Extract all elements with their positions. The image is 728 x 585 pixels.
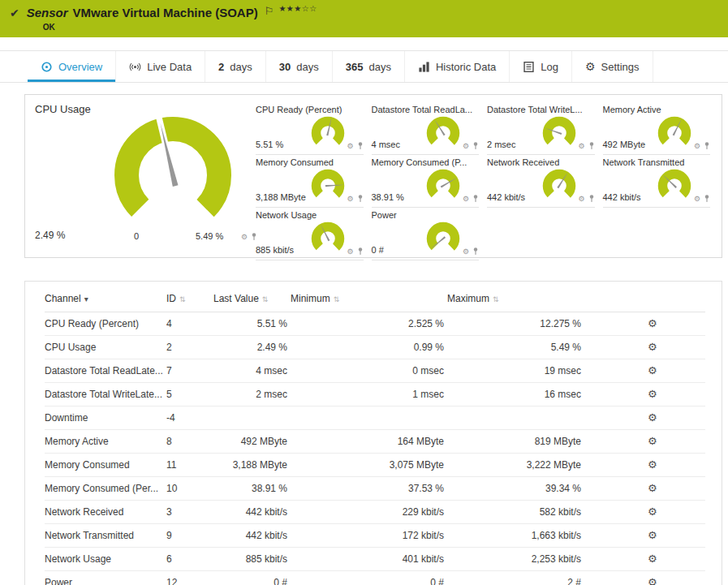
channels-table: Channel▾ID⇅Last Value⇅Minimum⇅Maximum⇅ C… [45, 285, 705, 585]
tab-label: Historic Data [436, 61, 496, 73]
pin-icon[interactable] [588, 141, 595, 150]
channel-settings-icon[interactable]: ⚙ [648, 341, 657, 353]
tab-number: 30 [279, 61, 291, 73]
minimum: 229 kbit/s [291, 501, 447, 524]
mini-gauge: Memory Consumed (P...38.91 %⚙ [372, 157, 480, 208]
priority-stars[interactable]: ★★★☆☆ [278, 4, 317, 13]
channel-settings-icon[interactable]: ⚙ [648, 364, 657, 376]
channel-row[interactable]: Memory Consumed (Per...1038.91 %37.53 %3… [45, 477, 705, 501]
channel-settings-icon[interactable]: ⚙ [648, 505, 657, 518]
channel-id: 12 [166, 571, 213, 585]
channel-name: CPU Ready (Percent) [45, 312, 166, 336]
gear-icon[interactable]: ⚙ [347, 143, 353, 150]
channel-settings-icon[interactable]: ⚙ [648, 317, 657, 329]
channel-row[interactable]: CPU Ready (Percent)45.51 %2.525 %12.275 … [45, 312, 705, 336]
mini-gauge-title: Memory Consumed [256, 157, 364, 167]
tab-365-days[interactable]: 365days [333, 51, 405, 82]
channel-id: 4 [166, 312, 213, 336]
tab-log[interactable]: Log [510, 51, 572, 82]
channel-settings-icon[interactable]: ⚙ [648, 529, 657, 541]
pin-icon[interactable] [357, 247, 364, 256]
channel-row[interactable]: Power120 #0 #2 #⚙ [45, 571, 705, 585]
tab-2-days[interactable]: 2days [205, 51, 266, 82]
mini-gauge-actions: ⚙ [578, 141, 594, 150]
gear-icon[interactable]: ⚙ [463, 143, 469, 150]
channel-row[interactable]: Network Transmitted9442 kbit/s172 kbit/s… [45, 524, 705, 548]
pin-icon[interactable] [704, 194, 710, 203]
priority-flag-icon[interactable]: ⚐ [265, 5, 274, 17]
channel-id: 2 [166, 336, 213, 359]
gear-icon[interactable]: ⚙ [694, 143, 700, 150]
channel-settings-icon[interactable]: ⚙ [648, 411, 657, 424]
channel-id: 7 [166, 359, 213, 383]
mini-gauge-value: 38.91 % [372, 192, 404, 202]
gear-icon[interactable]: ⚙ [694, 196, 700, 203]
minimum: 0 # [291, 571, 447, 585]
pin-icon[interactable] [588, 194, 595, 203]
tab-settings[interactable]: ⚙Settings [572, 51, 653, 82]
minimum: 2.525 % [291, 312, 447, 336]
maximum: 1,663 kbit/s [447, 524, 584, 548]
pin-icon[interactable] [472, 141, 479, 150]
tab-historic-data[interactable]: Historic Data [405, 51, 510, 82]
channel-row[interactable]: Downtime-4⚙ [45, 406, 705, 430]
channel-id: 9 [166, 524, 213, 548]
channel-row[interactable]: Network Received3442 kbit/s229 kbit/s582… [45, 501, 705, 524]
col-header-id[interactable]: ID⇅ [166, 285, 213, 312]
channel-settings-icon[interactable]: ⚙ [648, 458, 657, 471]
gear-icon[interactable]: ⚙ [347, 196, 353, 203]
gear-icon[interactable]: ⚙ [578, 143, 584, 150]
channel-row[interactable]: Datastore Total WriteLate...52 msec1 mse… [45, 383, 705, 406]
channel-settings-icon[interactable]: ⚙ [648, 576, 657, 585]
maximum: 16 msec [447, 383, 584, 406]
mini-gauge: Power0 #⚙ [372, 210, 480, 260]
main-gauge-actions: ⚙ [241, 232, 257, 241]
maximum: 12.275 % [447, 312, 584, 336]
channel-settings-icon[interactable]: ⚙ [648, 482, 657, 494]
col-header-channel[interactable]: Channel▾ [45, 285, 166, 312]
pin-icon[interactable] [704, 141, 710, 150]
gear-icon[interactable]: ⚙ [463, 196, 469, 203]
col-header-last-value[interactable]: Last Value⇅ [213, 285, 291, 312]
mini-gauge: Memory Consumed3,188 MByte⚙ [256, 157, 364, 208]
channel-row[interactable]: Memory Consumed113,188 MByte3,075 MByte3… [45, 454, 705, 477]
gear-icon[interactable]: ⚙ [241, 234, 248, 241]
sensor-status-badge: OK [43, 23, 317, 32]
channel-settings-icon[interactable]: ⚙ [648, 388, 657, 400]
col-header-minimum[interactable]: Minimum⇅ [291, 285, 447, 312]
tab-30-days[interactable]: 30days [266, 51, 333, 82]
pin-icon[interactable] [357, 194, 364, 203]
gear-icon[interactable]: ⚙ [347, 248, 353, 256]
tab-label: Live Data [147, 61, 192, 73]
stars-filled: ★★★ [278, 4, 301, 13]
tab-live-data[interactable]: Live Data [116, 51, 205, 82]
mini-gauges: CPU Ready (Percent)5.51 %⚙Datastore Tota… [256, 105, 710, 252]
channel-settings-icon[interactable]: ⚙ [648, 435, 657, 447]
sensor-banner: ✔ Sensor VMware Virtual Machine (SOAP) ⚐… [0, 0, 728, 37]
banner-main: Sensor VMware Virtual Machine (SOAP) ⚐ ★… [27, 6, 317, 32]
channel-row[interactable]: Datastore Total ReadLate...74 msec0 msec… [45, 359, 705, 383]
minimum: 164 MByte [291, 430, 447, 454]
channel-id: 5 [166, 383, 213, 406]
pin-icon[interactable] [472, 194, 479, 203]
channel-settings-icon[interactable]: ⚙ [648, 553, 657, 565]
tab-number: 365 [346, 61, 364, 73]
mini-gauge-title: Memory Active [603, 105, 711, 114]
channel-row[interactable]: Network Usage6885 kbit/s401 kbit/s2,253 … [45, 548, 705, 571]
mini-gauge-dial [657, 168, 692, 204]
last-value: 0 # [213, 571, 291, 585]
mini-gauge: Datastore Total WriteL...2 msec⚙ [487, 105, 595, 155]
pin-icon[interactable] [472, 247, 479, 256]
pin-icon[interactable] [357, 141, 364, 150]
mini-gauge-dial [425, 221, 461, 256]
tab-overview[interactable]: Overview [28, 51, 116, 82]
channel-row[interactable]: CPU Usage22.49 %0.99 %5.49 %⚙ [45, 336, 705, 359]
main-gauge-dial [112, 114, 234, 236]
gear-icon[interactable]: ⚙ [578, 196, 584, 203]
mini-gauge-title: Power [372, 210, 480, 220]
gear-icon[interactable]: ⚙ [463, 248, 469, 256]
channel-id: 6 [166, 548, 213, 571]
tab-number: 2 [218, 61, 224, 73]
channel-row[interactable]: Memory Active8492 MByte164 MByte819 MByt… [45, 430, 705, 454]
col-header-maximum[interactable]: Maximum⇅ [447, 285, 584, 312]
